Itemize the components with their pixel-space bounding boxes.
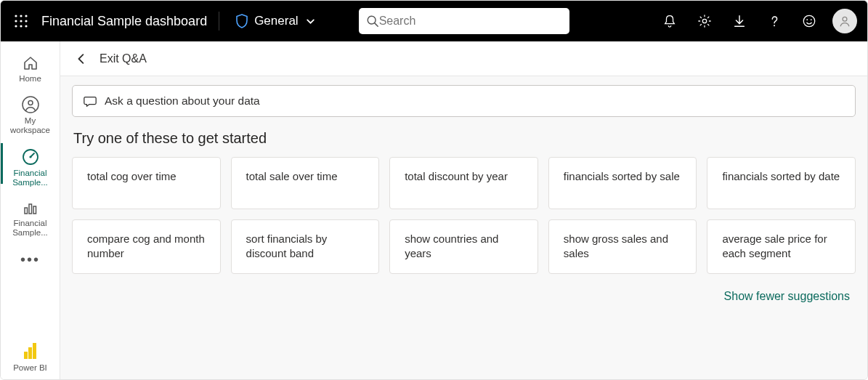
subheader: Exit Q&A [60,41,867,76]
svg-point-13 [803,15,814,26]
chevron-left-icon [76,54,86,64]
help-icon[interactable] [758,5,790,37]
home-icon [22,54,39,72]
svg-point-7 [20,25,22,27]
search-input[interactable] [379,15,562,28]
app-launcher-icon[interactable] [11,11,31,31]
left-sidebar: Home My workspace Financial Sample... Fi… [1,41,60,379]
page-title: Financial Sample dashboard [41,14,207,29]
svg-point-18 [28,101,33,105]
svg-rect-22 [29,204,32,214]
top-icon-group [654,5,857,37]
nav-my-workspace[interactable]: My workspace [1,89,60,141]
notifications-icon[interactable] [654,5,686,37]
suggestion-card[interactable]: sort financials by discount band [231,219,380,274]
sensitivity-dropdown[interactable]: General [231,11,319,31]
nav-home[interactable]: Home [1,49,60,89]
suggestion-card[interactable]: total cog over time [72,157,221,209]
suggestion-card[interactable]: show countries and years [389,219,538,274]
divider [219,12,219,31]
show-fewer-link[interactable]: Show fewer suggestions [724,290,850,302]
svg-point-11 [702,19,706,23]
svg-point-14 [806,19,808,20]
qna-input[interactable]: Ask a question about your data [72,85,856,117]
svg-rect-21 [25,208,28,214]
back-button[interactable] [73,51,89,67]
powerbi-logo-icon [24,343,36,359]
top-bar: Financial Sample dashboard General [1,1,867,41]
account-avatar[interactable] [832,9,857,33]
try-heading: Try one of these to get started [73,130,854,147]
suggestion-card[interactable]: total sale over time [231,157,380,209]
svg-point-5 [25,20,27,22]
person-circle-icon [21,95,40,114]
suggestion-grid: total cog over timetotal sale over timet… [72,157,856,274]
nav-powerbi-label: Power BI [13,363,47,372]
svg-rect-23 [33,206,36,214]
nav-more[interactable]: ••• [20,244,40,275]
qna-placeholder: Ask a question about your data [105,94,260,108]
shield-icon [235,14,248,28]
gauge-icon [21,147,40,166]
svg-point-2 [25,15,27,17]
svg-point-12 [774,25,775,26]
suggestion-card[interactable]: show gross sales and sales [548,219,697,274]
svg-point-4 [20,20,22,22]
suggestion-card[interactable]: compare cog and month number [72,219,221,274]
chevron-down-icon [306,17,315,26]
svg-point-15 [811,19,812,20]
nav-financial-sample-report[interactable]: Financial Sample... [1,193,60,243]
nav-financial-sample-dashboard-label: Financial Sample... [5,169,56,187]
nav-powerbi[interactable]: Power BI [13,343,47,379]
download-icon[interactable] [723,5,755,37]
svg-point-3 [15,20,17,22]
nav-my-workspace-label: My workspace [5,116,56,135]
suggestion-card[interactable]: financials sorted by date [707,157,856,209]
svg-line-10 [375,23,378,26]
search-icon [366,15,379,28]
content-area: Exit Q&A Ask a question about your data … [60,41,867,379]
nav-financial-sample-dashboard[interactable]: Financial Sample... [1,142,60,193]
suggestion-card[interactable]: total discount by year [389,157,538,209]
svg-point-0 [15,15,17,17]
feedback-icon[interactable] [793,5,825,37]
svg-point-16 [843,17,847,21]
svg-point-8 [25,25,27,27]
svg-point-1 [20,15,22,17]
nav-home-label: Home [19,74,41,84]
suggestion-card[interactable]: average sale price for each segment [707,219,856,274]
nav-financial-sample-report-label: Financial Sample... [5,219,56,238]
settings-icon[interactable] [689,5,721,37]
suggestion-card[interactable]: financials sorted by sale [548,157,697,209]
svg-point-20 [29,155,31,158]
svg-point-6 [15,25,17,27]
sensitivity-label: General [254,14,298,28]
search-box[interactable] [359,8,569,34]
bar-chart-icon [22,199,39,217]
chat-icon [83,94,97,108]
exit-qna-label[interactable]: Exit Q&A [100,52,147,65]
